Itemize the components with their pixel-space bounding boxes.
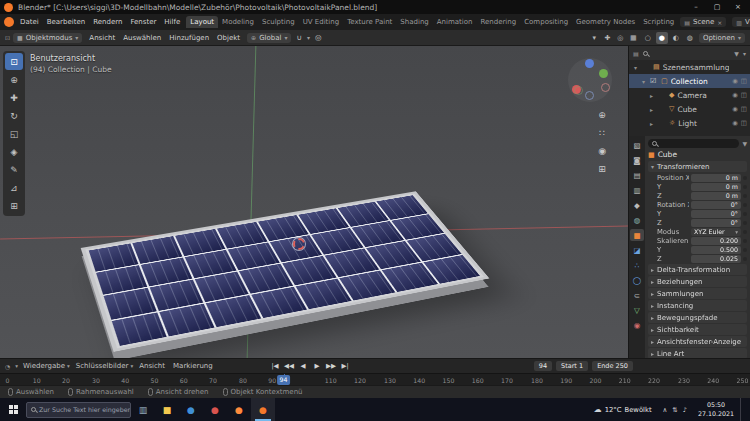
maximize-button[interactable]: ▢ [709, 3, 725, 11]
workspace-tab[interactable]: Texture Paint [343, 16, 396, 28]
explorer-icon[interactable]: ■ [155, 398, 179, 421]
collapsed-section-header[interactable]: ▸ Sichtbarkeit [648, 324, 747, 335]
volume-icon[interactable]: ♪ [683, 406, 687, 414]
start-button[interactable] [0, 398, 26, 421]
weather-widget[interactable]: ☁ 12°C Bewölkt [588, 405, 658, 414]
disable-render-icon[interactable]: ◫ [741, 119, 747, 127]
animate-dot-icon[interactable] [743, 257, 747, 261]
animate-dot-icon[interactable] [743, 212, 747, 216]
tray-expand-icon[interactable]: ∧ [663, 406, 668, 414]
material-tab[interactable]: ◉ [630, 319, 644, 331]
properties-search-input[interactable] [648, 139, 739, 148]
select-box-tool[interactable]: ⊡ [5, 53, 23, 70]
particles-tab[interactable]: ∴ [630, 259, 644, 271]
value-field[interactable]: 0 m [691, 192, 741, 200]
outliner-row-cube[interactable]: ▸ ▽ Cube ◉ ◫ [629, 102, 750, 116]
tool-tab[interactable]: ▧ [630, 139, 644, 151]
show-gizmo-icon[interactable]: ✚ [602, 34, 613, 42]
animate-dot-icon[interactable] [743, 239, 747, 243]
current-frame-field[interactable]: 94 [534, 361, 552, 371]
workspace-tab[interactable]: Layout [186, 16, 218, 28]
menu-item[interactable]: Datei [16, 17, 43, 27]
menu-item[interactable]: Bearbeiten [43, 17, 89, 27]
clock-widget[interactable]: 05:50 27.10.2021 [692, 401, 740, 418]
disclosure-arrow-icon[interactable]: ▸ [648, 92, 655, 99]
outliner-editor-icon[interactable]: ▤ [633, 50, 639, 57]
outliner-item-label[interactable]: Light [678, 119, 729, 128]
value-field[interactable]: 0° [691, 219, 741, 227]
world-tab[interactable]: ◍ [630, 214, 644, 226]
filter-funnel-icon[interactable]: ▼ [734, 50, 739, 57]
outliner-item-label[interactable]: Szenensammlung [663, 63, 730, 72]
view-layer-tab[interactable]: ▥ [630, 184, 644, 196]
rendered-shading-button[interactable]: ◍ [684, 32, 696, 44]
disclosure-arrow-icon[interactable]: ▾ [632, 64, 639, 71]
value-field[interactable]: 0.200 [691, 237, 741, 245]
edge-icon[interactable]: ● [179, 398, 203, 421]
menu-item[interactable]: Rendern [89, 17, 126, 27]
material-shading-button[interactable]: ◐ [670, 32, 682, 44]
timeline-menu-item[interactable]: Schlüsselbilder▾ [76, 362, 133, 370]
current-frame-badge[interactable]: 94 [277, 375, 291, 385]
gizmo-neg-z-handle[interactable] [585, 91, 594, 100]
prev-keyframe-button[interactable]: ◀◀ [284, 362, 294, 370]
outliner-row-scene-collection[interactable]: ▾ ▤ Szenensammlung ◉ ◫ [629, 60, 750, 74]
collapsed-section-header[interactable]: ▸ Line Art [648, 348, 747, 358]
annotate-tool[interactable]: ✎ [5, 161, 23, 178]
value-field[interactable]: 0° [691, 210, 741, 218]
disable-render-icon[interactable]: ◫ [741, 77, 747, 85]
workspace-tab[interactable]: Modeling [218, 16, 258, 28]
value-field[interactable]: 0.025 [691, 255, 741, 263]
blender-menu-icon[interactable] [4, 17, 14, 27]
frame-start-field[interactable]: Start 1 [556, 361, 588, 371]
measure-tool[interactable]: ⊿ [5, 179, 23, 196]
scene-unlink-icon[interactable]: × [717, 19, 722, 26]
next-keyframe-button[interactable]: ▶▶ [326, 362, 336, 370]
animate-dot-icon[interactable] [743, 176, 747, 180]
options-dropdown[interactable]: Optionen ▾ [699, 33, 745, 43]
timeline-editor-icon[interactable]: ◔ [5, 363, 10, 370]
taskbar-search-input[interactable]: Zur Suche Text hier eingeben [26, 402, 131, 418]
viewport-menu-item[interactable]: Objekt [213, 33, 244, 43]
transform-section-header[interactable]: ▾ Transformieren [648, 161, 747, 172]
jump-to-end-button[interactable]: ▶| [340, 362, 350, 370]
outliner-row-light[interactable]: ▸ ☼ Light ◉ ◫ [629, 116, 750, 130]
physics-tab[interactable]: ◯ [630, 274, 644, 286]
value-field[interactable]: 0.500 [691, 246, 741, 254]
task-view-icon[interactable]: ▥ [131, 398, 155, 421]
rotate-tool[interactable]: ↻ [5, 107, 23, 124]
hide-eye-icon[interactable]: ◉ [732, 91, 738, 99]
proportional-editing-icon[interactable]: ◎ [313, 33, 324, 42]
animate-dot-icon[interactable] [743, 185, 747, 189]
close-button[interactable]: × [730, 3, 746, 11]
value-field[interactable]: 0° [691, 201, 741, 209]
value-field[interactable]: 0 m [691, 183, 741, 191]
disable-render-icon[interactable]: ◫ [741, 105, 747, 113]
scale-tool[interactable]: ◱ [5, 125, 23, 142]
play-reverse-button[interactable]: ◀ [298, 362, 308, 370]
jump-to-start-button[interactable]: |◀ [270, 362, 280, 370]
wireframe-shading-button[interactable]: ○ [642, 32, 654, 44]
perspective-toggle-icon[interactable]: ⊞ [598, 164, 606, 174]
workspace-tab[interactable]: UV Editing [299, 16, 344, 28]
output-tab[interactable]: ▤ [630, 169, 644, 181]
move-tool[interactable]: ✚ [5, 89, 23, 106]
rotation-mode-dropdown[interactable]: XYZ Euler ▾ [691, 228, 741, 236]
view-layer-selector[interactable]: ▥ View Layer × [732, 17, 750, 27]
object-tab[interactable]: ■ [630, 229, 644, 241]
value-field[interactable]: 0 m [691, 174, 741, 182]
xray-toggle-icon[interactable]: ▦ [628, 34, 639, 42]
viewport-menu-item[interactable]: Ansicht [85, 33, 119, 43]
search-icon[interactable] [643, 51, 648, 56]
disable-render-icon[interactable]: ◫ [741, 91, 747, 99]
collapsed-section-header[interactable]: ▸ Sammlungen [648, 288, 747, 299]
collapsed-section-header[interactable]: ▸ Ansichtsfenster-Anzeige [648, 336, 747, 347]
animate-dot-icon[interactable] [743, 203, 747, 207]
solar-panel-object[interactable] [81, 191, 490, 352]
scene-tab[interactable]: ◆ [630, 199, 644, 211]
add-cube-tool[interactable]: ⊞ [5, 197, 23, 214]
hide-eye-icon[interactable]: ◉ [732, 105, 738, 113]
disclosure-arrow-icon[interactable]: ▾ [640, 78, 647, 85]
solid-shading-button[interactable]: ● [656, 32, 668, 44]
viewport-menu-item[interactable]: Hinzufügen [165, 33, 213, 43]
